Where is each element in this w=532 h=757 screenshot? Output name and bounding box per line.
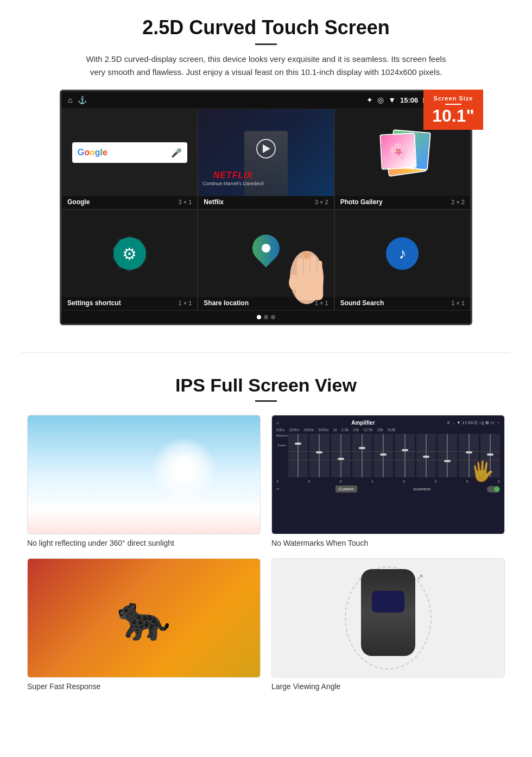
loudness-label: loudness xyxy=(413,487,430,491)
eq-bar-3[interactable] xyxy=(331,434,351,477)
sky-card: No light reflecting under 360° direct su… xyxy=(27,415,261,547)
eq-bar-8[interactable] xyxy=(438,434,457,477)
status-bar-left: ⌂ ⚓ xyxy=(68,96,366,104)
share-cell[interactable]: Share location 1 × 1 xyxy=(198,210,334,311)
gallery-img-3: 🌸 xyxy=(380,133,417,169)
amp-freq-labels: 60hz100hz200hz500hz1k2.5k10k12.5k15kSUB xyxy=(276,428,500,432)
settings-gear[interactable]: ⚙ xyxy=(113,237,146,270)
eq-side-labels: Balance Fader xyxy=(276,434,287,477)
flower-icon: 🌸 xyxy=(388,142,408,161)
gallery-label: Photo Gallery 2 × 2 xyxy=(335,196,470,209)
sound-label: Sound Search 1 × 1 xyxy=(335,297,470,310)
sound-circle[interactable]: ♪ xyxy=(386,237,419,270)
play-icon xyxy=(263,144,270,153)
settings-cell-name: Settings shortcut xyxy=(67,299,121,307)
amp-title: Amplifier xyxy=(351,420,375,426)
sound-widget[interactable]: ♪ xyxy=(335,210,470,297)
google-search-bar[interactable]: Google 🎤 xyxy=(72,142,187,163)
hand-illustration xyxy=(274,234,334,311)
screen-size-badge: Screen Size 10.1" xyxy=(423,90,483,130)
android-device: ⌂ ⚓ ✦ ◎ ▼ 15:06 ⊡ ◁) ⊠ ▭ xyxy=(60,90,472,325)
section-curved-screen: 2.5D Curved Touch Screen With 2.5D curve… xyxy=(0,0,532,336)
eq-bar-4[interactable] xyxy=(352,434,372,477)
gallery-cell-size: 2 × 2 xyxy=(451,199,465,205)
netflix-label-row: Netflix 3 × 2 xyxy=(198,196,333,209)
dot-3[interactable] xyxy=(271,315,275,319)
eq-bar-6[interactable] xyxy=(395,434,414,477)
netflix-cell-size: 3 × 2 xyxy=(315,199,328,205)
section2-divider xyxy=(255,400,277,402)
amp-card: ⌂ Amplifier ≡ … ▼ 17:33 ⊡ ◁) ⊠ ▭ → 60hz1… xyxy=(271,415,505,547)
cheetah-silhouette: 🐆 xyxy=(117,592,171,644)
eq-bar-5[interactable] xyxy=(373,434,393,477)
google-logo: Google xyxy=(78,148,107,157)
section1-title: 2.5D Curved Touch Screen xyxy=(33,16,499,39)
cheetah-caption: Super Fast Response xyxy=(27,682,261,691)
svg-rect-5 xyxy=(296,274,323,300)
gallery-stack: 🌸 xyxy=(375,125,429,180)
google-widget[interactable]: Google 🎤 xyxy=(62,109,197,196)
cheetah-card: 🐆 Super Fast Response xyxy=(27,558,261,691)
car-window xyxy=(372,591,404,613)
custom-button[interactable]: Custom xyxy=(335,485,357,493)
netflix-sub: Continue Marvel's Daredevil xyxy=(202,181,263,186)
eq-bar-7[interactable] xyxy=(416,434,436,477)
bluetooth-icon: ✦ xyxy=(366,96,373,104)
car-body xyxy=(361,569,415,656)
sound-cell[interactable]: ♪ Sound Search 1 × 1 xyxy=(334,210,471,311)
home-icon-amp: ⌂ xyxy=(276,420,279,425)
sound-cell-size: 1 × 1 xyxy=(451,300,465,306)
play-button[interactable] xyxy=(256,139,276,159)
image-grid: No light reflecting under 360° direct su… xyxy=(27,415,505,691)
gear-icon: ⚙ xyxy=(122,244,137,263)
settings-cell[interactable]: ⚙ ⚙ Settings shortcut 1 × 1 xyxy=(61,210,198,311)
badge-divider xyxy=(445,104,461,105)
wifi-icon: ▼ xyxy=(388,96,396,104)
section2-title: IPS Full Screen View xyxy=(27,375,505,396)
device-wrapper: Screen Size 10.1" ⌂ ⚓ ✦ ◎ ▼ 15:06 ⊡ ◁) xyxy=(60,90,472,325)
google-cell-size: 3 × 1 xyxy=(179,199,192,205)
section-divider-hr xyxy=(22,352,510,353)
amp-topbar: ⌂ Amplifier ≡ … ▼ 17:33 ⊡ ◁) ⊠ ▭ → xyxy=(276,420,500,426)
music-note-icon: ♪ xyxy=(398,245,406,262)
netflix-cell[interactable]: NETFLIX Continue Marvel's Daredevil Netf… xyxy=(198,109,334,210)
amp-nav: ‹‹ xyxy=(276,487,279,491)
dot-1[interactable] xyxy=(257,315,261,319)
home-icon[interactable]: ⌂ xyxy=(68,96,72,104)
sky-image xyxy=(27,415,261,534)
app-grid-row1: Google 🎤 Google 3 × 1 xyxy=(61,109,471,210)
section1-divider xyxy=(255,43,277,45)
status-bar: ⌂ ⚓ ✦ ◎ ▼ 15:06 ⊡ ◁) ⊠ ▭ xyxy=(61,91,471,109)
app-grid-row2: ⚙ ⚙ Settings shortcut 1 × 1 xyxy=(61,210,471,311)
netflix-text: NETFLIX xyxy=(202,171,263,180)
settings-widget[interactable]: ⚙ ⚙ xyxy=(62,210,197,297)
car-caption: Large Viewing Angle xyxy=(271,682,505,691)
netflix-widget[interactable]: NETFLIX Continue Marvel's Daredevil xyxy=(198,109,333,196)
hand-touch-icon: 🖐 xyxy=(470,460,495,483)
eq-bar-2[interactable] xyxy=(309,434,329,477)
google-cell[interactable]: Google 🎤 Google 3 × 1 xyxy=(61,109,198,210)
cheetah-image: 🐆 xyxy=(27,558,261,678)
amp-caption: No Watermarks When Touch xyxy=(271,539,505,547)
netflix-cell-name: Netflix xyxy=(204,198,224,206)
usb-icon: ⚓ xyxy=(78,96,87,104)
section1-description: With 2.5D curved-display screen, this de… xyxy=(81,53,451,79)
eq-bar-1[interactable] xyxy=(288,434,308,477)
toggle-knob xyxy=(494,487,499,492)
eq-sliders: 🖐 xyxy=(288,434,500,477)
loudness-toggle[interactable] xyxy=(487,486,500,493)
page-dots xyxy=(61,311,471,324)
dot-2[interactable] xyxy=(264,315,268,319)
amp-bottom-bar: ‹‹ Custom loudness xyxy=(276,485,500,493)
car-topview: ↗ xyxy=(350,569,426,667)
share-cell-name: Share location xyxy=(204,299,249,307)
mic-icon[interactable]: 🎤 xyxy=(171,148,182,158)
settings-cell-size: 1 × 1 xyxy=(179,300,192,306)
sun-glow xyxy=(151,437,217,502)
amp-image: ⌂ Amplifier ≡ … ▼ 17:33 ⊡ ◁) ⊠ ▭ → 60hz1… xyxy=(271,415,505,534)
location-icon: ◎ xyxy=(377,96,384,104)
car-arrow-icon: ↗ xyxy=(416,572,423,582)
netflix-label: NETFLIX Continue Marvel's Daredevil xyxy=(202,171,263,186)
badge-title: Screen Size xyxy=(431,95,476,102)
gallery-cell-name: Photo Gallery xyxy=(340,198,383,206)
